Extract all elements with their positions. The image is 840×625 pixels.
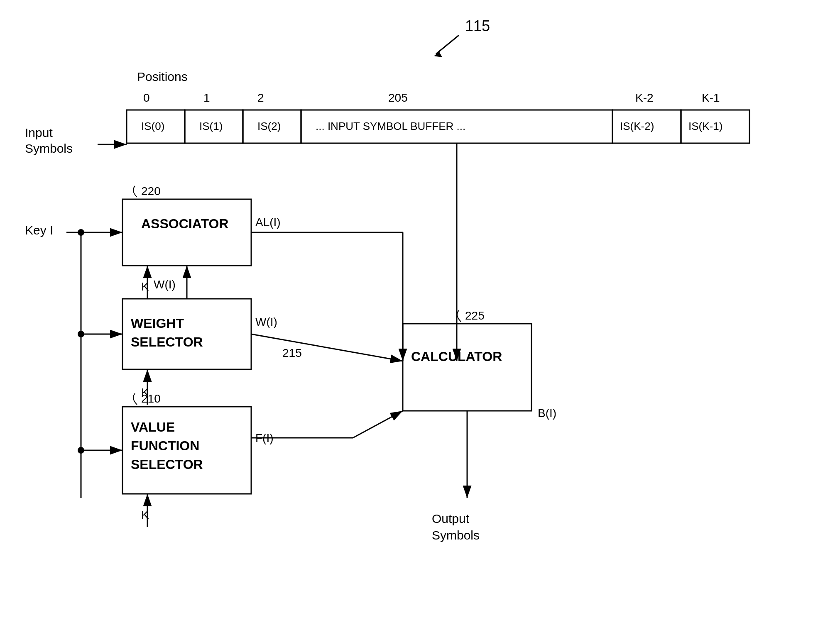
- al-i-label: AL(I): [255, 216, 281, 229]
- svg-line-15: [353, 411, 403, 438]
- key-i-label: Key I: [25, 223, 53, 237]
- input-symbols-label2: Symbols: [25, 142, 73, 155]
- output-symbols-label1: Output: [432, 512, 470, 525]
- weight-selector-label2: SELECTOR: [131, 334, 203, 349]
- output-symbols-label2: Symbols: [432, 528, 480, 542]
- bi-label: B(I): [538, 407, 556, 420]
- vfs-label3: SELECTOR: [131, 457, 203, 472]
- svg-line-13: [251, 334, 403, 361]
- associator-block: [122, 199, 251, 266]
- pos-0: 0: [143, 91, 150, 104]
- weight-selector-block: [122, 299, 251, 369]
- weight-dot: [78, 331, 84, 337]
- vfs-label1: VALUE: [131, 420, 175, 435]
- label-220: 220: [141, 185, 161, 198]
- input-symbols-label: Input: [25, 126, 53, 139]
- vfs-dot: [78, 447, 84, 454]
- diagram-title: 115: [465, 17, 490, 34]
- pos-2: 2: [257, 91, 264, 104]
- pos-k1: K-1: [702, 91, 720, 104]
- pos-205: 205: [388, 91, 408, 104]
- wi-feedback-label: W(I): [154, 278, 176, 291]
- diagram: 115 Positions 0 1 2 205 K-2 K-1 Input Sy…: [0, 0, 840, 625]
- cell-buffer-label: ... INPUT SYMBOL BUFFER ...: [316, 120, 465, 132]
- calculator-label1: CALCULATOR: [411, 349, 502, 364]
- cell-isk2-label: IS(K-2): [620, 120, 654, 132]
- label-225: 225: [465, 309, 485, 322]
- cell-is1-label: IS(1): [199, 120, 223, 132]
- positions-label: Positions: [137, 70, 188, 83]
- calculator-block: [403, 324, 531, 411]
- cell-is2-label: IS(2): [257, 120, 281, 132]
- label-215: 215: [282, 347, 302, 359]
- cell-is0-label: IS(0): [141, 120, 164, 132]
- associator-label: ASSOCIATOR: [141, 216, 228, 231]
- pos-k2: K-2: [635, 91, 654, 104]
- weight-selector-label1: WEIGHT: [131, 316, 184, 331]
- wi-ws-label: W(I): [255, 315, 277, 328]
- pos-1: 1: [203, 91, 210, 104]
- vfs-label2: FUNCTION: [131, 438, 199, 453]
- svg-line-2: [436, 35, 459, 54]
- cell-isk1-label: IS(K-1): [688, 120, 722, 132]
